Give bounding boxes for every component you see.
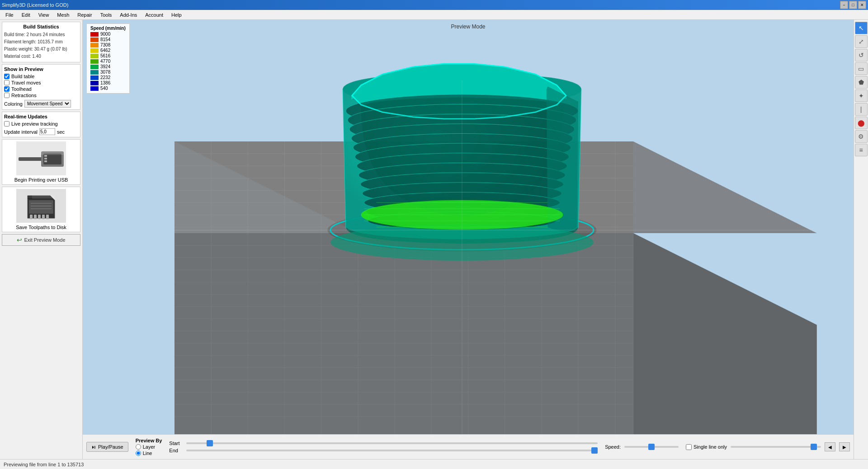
geometry-icon: ⬟ — [859, 79, 864, 86]
speed-slider[interactable] — [624, 446, 679, 448]
build-table-checkbox[interactable] — [4, 74, 9, 79]
legend-value-6: 3924 — [100, 64, 110, 69]
geometry-tool-button[interactable]: ⬟ — [855, 76, 868, 89]
legend-value-7: 3078 — [100, 70, 110, 75]
3d-viewport[interactable] — [83, 20, 854, 434]
settings-tool-button[interactable]: ⚙ — [855, 130, 868, 143]
split-tool-button[interactable]: | — [855, 103, 868, 116]
build-table-label: Build table — [11, 74, 34, 79]
exit-preview-button[interactable]: ↩ Exit Preview Mode — [2, 234, 80, 246]
minimize-button[interactable]: − — [840, 1, 848, 9]
menu-tools[interactable]: Tools — [97, 11, 116, 19]
menu-mesh[interactable]: Mesh — [53, 11, 73, 19]
plastic-weight-stat: Plastic weight: 30.47 g (0.07 lb) — [4, 46, 78, 53]
menu-repair[interactable]: Repair — [74, 11, 95, 19]
legend-title: Speed (mm/min) — [90, 26, 126, 31]
usb-plug-icon — [16, 141, 66, 175]
line-radio-label: Line — [143, 450, 152, 456]
menu-bar: File Edit View Mesh Repair Tools Add-Ins… — [0, 10, 868, 20]
build-statistics-panel: Build Statistics Build time: 2 hours 24 … — [2, 22, 80, 62]
play-pause-button[interactable]: ⏯ Play/Pause — [86, 442, 128, 452]
live-preview-checkbox[interactable] — [4, 121, 9, 127]
svg-rect-4 — [44, 158, 47, 159]
rotate-icon: ↺ — [859, 52, 864, 59]
legend-value-4: 5616 — [100, 53, 110, 58]
end-slider[interactable] — [186, 450, 598, 451]
select-tool-button[interactable]: ↖ — [855, 22, 868, 34]
legend-item-6: 3924 — [90, 64, 126, 69]
menu-file[interactable]: File — [2, 11, 17, 19]
legend-color-9 — [90, 81, 99, 85]
maximize-button[interactable]: □ — [849, 1, 857, 9]
save-toolpaths-label: Save Toolpaths to Disk — [16, 225, 66, 230]
legend-item-8: 2232 — [90, 75, 126, 80]
end-position-slider[interactable] — [731, 446, 821, 448]
toolhead-label: Toolhead — [11, 86, 32, 92]
legend-item-0: 9000 — [90, 32, 126, 37]
status-text: Previewing file from line 1 to 135713 — [4, 462, 84, 467]
build-time-stat: Build time: 2 hours 24 minutes — [4, 31, 78, 38]
legend-value-9: 1386 — [100, 80, 110, 85]
layer-radio[interactable] — [136, 444, 141, 450]
rotate-tool-button[interactable]: ↺ — [855, 49, 868, 61]
menu-help[interactable]: Help — [168, 11, 185, 19]
single-line-row: Single line only — [686, 444, 727, 450]
menu-edit[interactable]: Edit — [18, 11, 34, 19]
material-tool-button[interactable]: ⬤ — [855, 117, 868, 129]
preview-by-label: Preview By — [136, 438, 162, 443]
coloring-select[interactable]: Movement Speed Feature Type Temperature … — [24, 100, 71, 108]
realtime-title: Real-time Updates — [4, 114, 78, 119]
travel-moves-checkbox[interactable] — [4, 80, 9, 85]
scale-tool-button[interactable]: ⤢ — [855, 35, 868, 48]
svg-rect-5 — [44, 160, 47, 162]
legend-item-7: 3078 — [90, 70, 126, 75]
legend-item-1: 8154 — [90, 37, 126, 42]
right-toolbar: ↖ ⤢ ↺ ▭ ⬟ ✦ | ⬤ ⚙ ≡ — [854, 20, 868, 459]
update-interval-row: Update interval sec — [4, 128, 78, 135]
legend-item-9: 1386 — [90, 80, 126, 85]
legend-color-8 — [90, 75, 99, 80]
toolhead-checkbox[interactable] — [4, 86, 9, 92]
3d-scene-svg — [83, 20, 854, 434]
line-radio[interactable] — [136, 450, 141, 456]
legend-value-10: 540 — [100, 86, 108, 91]
menu-account[interactable]: Account — [142, 11, 167, 19]
next-button[interactable]: ▶ — [839, 442, 850, 451]
cursor-icon: ↖ — [859, 24, 864, 32]
retractions-checkbox[interactable] — [4, 93, 9, 98]
single-line-checkbox[interactable] — [686, 444, 692, 450]
scale-icon: ⤢ — [859, 38, 864, 45]
app-title: Simplify3D (Licensed to GOD) — [2, 2, 68, 8]
update-interval-input[interactable] — [39, 128, 55, 135]
svg-rect-9 — [29, 200, 53, 214]
save-toolpaths-button[interactable]: Save Toolpaths to Disk — [2, 187, 80, 232]
begin-printing-usb-button[interactable]: Begin Printing over USB — [2, 139, 80, 185]
legend-color-4 — [90, 54, 99, 58]
start-slider[interactable] — [186, 442, 598, 444]
speed-legend: Speed (mm/min) 9000 8154 7308 6462 5616 — [86, 23, 130, 94]
sd-card-image — [16, 189, 66, 223]
start-slider-row: Start — [169, 441, 598, 446]
travel-moves-label: Travel moves — [11, 80, 41, 85]
show-in-preview-title: Show in Preview — [4, 66, 78, 72]
retractions-label: Retractions — [11, 93, 37, 98]
legend-color-3 — [90, 48, 99, 53]
toolhead-row: Toolhead — [4, 86, 78, 92]
legend-value-5: 4770 — [100, 59, 110, 64]
svg-marker-21 — [175, 233, 633, 434]
prev-button[interactable]: ◀ — [825, 442, 835, 451]
object-tool-button[interactable]: ▭ — [855, 62, 868, 75]
support-icon: ✦ — [859, 92, 864, 99]
legend-color-0 — [90, 32, 99, 37]
travel-moves-row: Travel moves — [4, 80, 78, 85]
layer-radio-label: Layer — [143, 444, 156, 450]
build-table-row: Build table — [4, 74, 78, 79]
preview-mode-label: Preview Mode — [451, 23, 485, 30]
menu-addins[interactable]: Add-Ins — [116, 11, 141, 19]
menu-tool-button[interactable]: ≡ — [855, 144, 868, 156]
close-button[interactable]: ✕ — [858, 1, 866, 9]
layer-radio-row: Layer — [136, 444, 162, 450]
slider-section: Start End — [169, 441, 598, 453]
support-tool-button[interactable]: ✦ — [855, 89, 868, 102]
menu-view[interactable]: View — [35, 11, 53, 19]
